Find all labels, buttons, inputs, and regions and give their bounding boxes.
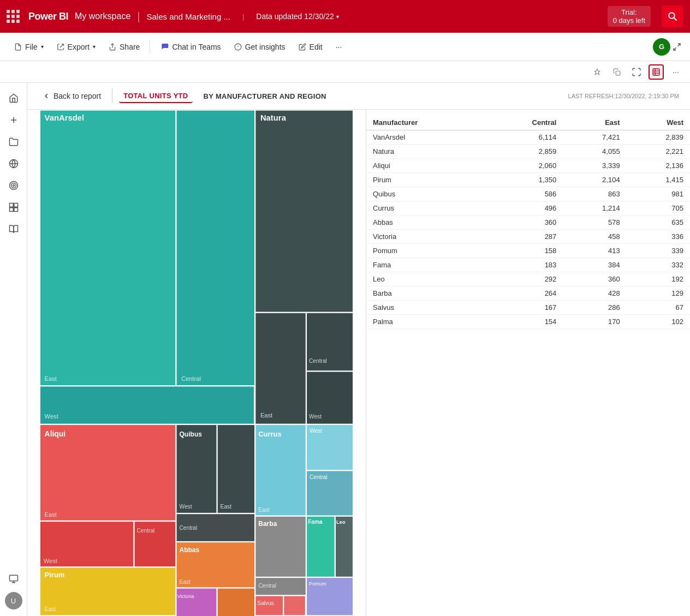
file-button[interactable]: File ▾ [9, 39, 49, 55]
table-cell: 2,060 [486, 159, 563, 173]
svg-rect-35 [255, 313, 306, 424]
table-cell: 2,221 [627, 145, 690, 159]
table-cell: 158 [486, 244, 563, 258]
svg-rect-48 [176, 424, 217, 513]
col-header-central: Central [486, 115, 563, 130]
manufacturer-data-table: Manufacturer Central East West VanArsdel… [366, 115, 690, 329]
table-cell: Quibus [366, 187, 486, 201]
table-row: Natura2,8594,0552,221 [366, 145, 690, 159]
get-insights-button[interactable]: Get insights [229, 39, 291, 55]
search-button[interactable] [662, 5, 683, 27]
export-chevron: ▾ [93, 44, 96, 50]
table-cell: 332 [627, 258, 690, 272]
user-profile-avatar[interactable]: U [5, 592, 22, 609]
svg-rect-26 [40, 110, 176, 386]
sidebar-browse-icon[interactable] [5, 133, 22, 151]
svg-rect-59 [217, 588, 255, 616]
title-separator: | [137, 10, 140, 23]
svg-rect-69 [335, 516, 353, 577]
focus-mode-icon[interactable] [629, 64, 644, 80]
toolbar-divider-1 [150, 39, 150, 55]
svg-text:Central: Central [309, 358, 327, 364]
trial-badge: Trial: 0 days left [608, 6, 651, 27]
table-cell: 2,104 [563, 173, 626, 187]
table-cell: 2,136 [627, 159, 690, 173]
svg-point-17 [11, 183, 16, 188]
table-cell: 6,114 [486, 130, 563, 145]
table-cell: 129 [627, 286, 690, 301]
page-header: Back to report TOTAL UNITS YTD BY MANUFA… [27, 83, 690, 110]
edit-button[interactable]: Edit [293, 39, 328, 55]
last-refresh-label: LAST REFRESH:12/30/2022, 2:19:30 PM [568, 93, 679, 99]
copy-icon[interactable] [609, 64, 624, 80]
table-row: Abbas360578635 [366, 216, 690, 230]
table-cell: 4,055 [563, 145, 626, 159]
svg-text:Barba: Barba [258, 520, 277, 528]
svg-text:Pomum: Pomum [309, 581, 326, 587]
table-cell: 586 [486, 187, 563, 201]
svg-text:West: West [309, 414, 322, 420]
svg-point-18 [13, 185, 14, 187]
sidebar-learn-icon[interactable] [5, 220, 22, 238]
table-cell: Natura [366, 145, 486, 159]
table-cell: 863 [563, 187, 626, 201]
sidebar-hub-icon[interactable] [5, 155, 22, 172]
chat-in-teams-button[interactable]: Chat in Teams [154, 39, 226, 55]
table-cell: Victoria [366, 230, 486, 244]
table-row: Victoria287458336 [366, 230, 690, 244]
svg-rect-7 [616, 71, 620, 75]
report-title: Sales and Marketing ... [146, 12, 230, 21]
table-cell: 192 [627, 272, 690, 286]
table-cell: 1,214 [563, 201, 626, 216]
sidebar-apps-icon[interactable] [5, 199, 22, 216]
svg-rect-51 [217, 424, 255, 513]
svg-rect-33 [255, 110, 353, 312]
table-row: Barba264428129 [366, 286, 690, 301]
table-cell: 292 [486, 272, 563, 286]
table-cell: Barba [366, 286, 486, 301]
more-icon[interactable]: ··· [668, 64, 683, 80]
svg-text:Pirum: Pirum [45, 571, 65, 579]
col-header-west: West [627, 115, 690, 130]
svg-rect-87 [284, 596, 306, 615]
table-cell: Palma [366, 315, 486, 329]
content-area: U Back to report TOTAL UNITS YTD BY MANU… [0, 83, 690, 616]
table-cell: 428 [563, 286, 626, 301]
tab-by-manufacturer-region[interactable]: BY MANUFACTURER AND REGION [199, 90, 331, 103]
icon-row: ··· [0, 61, 690, 83]
user-avatar[interactable]: G [653, 38, 670, 56]
table-cell: 67 [627, 301, 690, 315]
left-sidebar: U [0, 83, 27, 616]
refresh-label[interactable]: Data updated 12/30/22 ▾ [256, 12, 338, 21]
treemap-chart[interactable]: VanArsdel East Central West Natura East [27, 110, 366, 616]
col-header-manufacturer: Manufacturer [366, 115, 486, 130]
svg-text:Central: Central [258, 583, 276, 589]
svg-text:East: East [45, 511, 57, 518]
svg-text:East: East [260, 412, 273, 418]
pin-icon[interactable] [590, 64, 605, 80]
tab-total-units-ytd[interactable]: TOTAL UNITS YTD [119, 89, 192, 103]
top-bar: Power BI My workspace | Sales and Market… [0, 0, 690, 33]
svg-rect-84 [176, 588, 217, 616]
table-row: Aliqui2,0603,3392,136 [366, 159, 690, 173]
svg-text:West: West [179, 504, 192, 510]
svg-line-2 [60, 44, 63, 47]
table-cell: 578 [563, 216, 626, 230]
back-to-report-button[interactable]: Back to report [38, 89, 105, 103]
export-button[interactable]: Export ▾ [51, 39, 101, 55]
svg-point-0 [669, 13, 675, 19]
workspace-label[interactable]: My workspace [75, 11, 130, 21]
chart-table-area: VanArsdel East Central West Natura East [27, 110, 690, 616]
sidebar-monitor-icon[interactable] [5, 570, 22, 588]
table-view-icon[interactable] [649, 64, 664, 80]
header-divider [112, 88, 112, 104]
sidebar-home-icon[interactable] [5, 89, 22, 107]
sidebar-create-icon[interactable] [5, 111, 22, 129]
more-options-button[interactable]: ··· [330, 39, 348, 55]
sidebar-goals-icon[interactable] [5, 177, 22, 194]
table-cell: 705 [627, 201, 690, 216]
share-button[interactable]: Share [103, 39, 145, 55]
table-cell: 458 [563, 230, 626, 244]
app-grid-icon[interactable] [7, 10, 20, 23]
data-table-container[interactable]: Manufacturer Central East West VanArsdel… [366, 110, 690, 616]
